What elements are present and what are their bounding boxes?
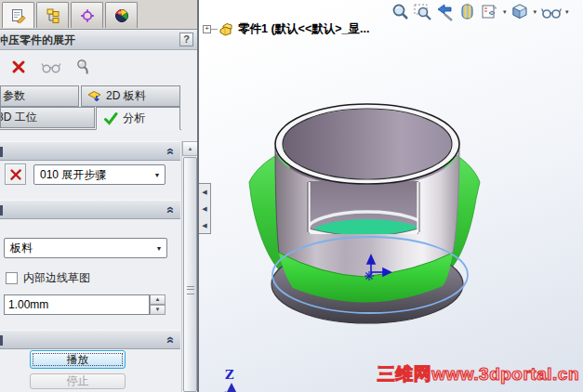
previous-view-icon[interactable]: [435, 2, 455, 22]
dropdown-arrow-icon[interactable]: ▾: [503, 8, 507, 16]
panel-title-bar: 冲压零件的展开 ?: [0, 31, 198, 50]
property-panel: 冲压零件的展开 ? 参数: [0, 0, 198, 392]
play-button[interactable]: 播放: [30, 350, 126, 369]
hide-show-icon[interactable]: [540, 2, 562, 22]
triad-z-axis-icon: [224, 383, 243, 392]
tab-3d-station[interactable]: 3D 工位: [0, 107, 95, 128]
triad-z-label: Z: [225, 368, 234, 382]
tree-connector: [211, 29, 218, 30]
scrollbar-grip: [187, 286, 194, 294]
check-icon: [103, 111, 118, 125]
cancel-icon: [11, 59, 26, 74]
collapse-chevron-icon: «: [165, 206, 178, 214]
delete-step-button[interactable]: [5, 163, 26, 185]
checkbox-label: 内部边线草图: [23, 270, 90, 286]
scrollbar-thumb[interactable]: [183, 157, 197, 392]
tab-2d-sheet[interactable]: 2D 板料: [81, 85, 180, 107]
panel-collapse-flyout[interactable]: ◀ ◀ ◀: [199, 183, 211, 234]
stop-button[interactable]: 停止: [30, 373, 126, 389]
clipped-label-fragment: [0, 335, 3, 346]
collapse-arrow-icon: ◀: [202, 205, 206, 212]
section-view-icon[interactable]: [457, 2, 477, 22]
model-3d[interactable]: [199, 0, 583, 392]
help-button[interactable]: ?: [179, 33, 193, 46]
thickness-spinner: ▲ ▼: [150, 294, 166, 315]
watermark: 三维网www.3dportal.cn: [378, 362, 579, 386]
panel-title: 冲压零件的展开: [0, 33, 75, 48]
collapse-arrow-icon: ◀: [202, 189, 206, 195]
dropdown-arrow-icon[interactable]: ▾: [534, 8, 537, 16]
preview-button[interactable]: [41, 60, 61, 74]
tab-property-manager[interactable]: [2, 2, 34, 28]
clipped-label-fragment: [0, 147, 3, 157]
pin-button[interactable]: [74, 59, 90, 76]
tab-appearance[interactable]: [105, 2, 138, 28]
tab-configurations[interactable]: [71, 2, 103, 28]
appearance-icon: [114, 8, 129, 23]
display-style-icon[interactable]: [510, 2, 530, 22]
property-manager-tabbar: [0, 0, 198, 30]
section-header-sheet[interactable]: «: [0, 200, 180, 219]
spin-up-button[interactable]: ▲: [150, 294, 166, 305]
collapse-chevron-icon: «: [165, 336, 178, 344]
inner-edge-sketch-option: 内部边线草图: [6, 270, 90, 286]
scroll-up-button[interactable]: ▲: [182, 141, 198, 156]
feature-tree-icon: [46, 8, 60, 23]
tab-analysis[interactable]: 分析: [96, 107, 180, 130]
glasses-icon: [41, 60, 61, 74]
feature-tree-item-label: 零件1 (默认<<默认>_显...: [238, 21, 369, 37]
sheet-2d-icon: [86, 89, 102, 103]
panel-scrollbar[interactable]: ▲: [181, 141, 198, 392]
view-orientation-icon[interactable]: [480, 2, 499, 22]
heads-up-toolbar: ▾ ▾ ▾: [391, 2, 570, 22]
graphics-viewport[interactable]: ▾ ▾ ▾ + 零件1 (默认<<默认>_显... Z 三维网w: [199, 0, 583, 392]
inner-edge-sketch-checkbox[interactable]: [6, 272, 18, 284]
collapse-chevron-icon: «: [165, 148, 178, 155]
feature-tree-root[interactable]: + 零件1 (默认<<默认>_显...: [203, 20, 369, 37]
tab-parameters[interactable]: 参数: [0, 85, 79, 107]
dropdown-arrow-icon[interactable]: ▾: [565, 8, 569, 16]
part-icon: [218, 20, 234, 37]
section-header-animation[interactable]: «: [0, 330, 180, 349]
property-manager-icon: [11, 8, 26, 23]
combo-arrow-icon: ▼: [152, 245, 166, 252]
clipped-label-fragment: [0, 205, 3, 216]
collapse-arrow-icon: ◀: [202, 222, 206, 229]
pin-icon: [74, 59, 90, 76]
configurations-icon: [80, 8, 95, 23]
combo-arrow-icon: ▼: [150, 172, 165, 178]
zoom-area-icon[interactable]: [413, 2, 432, 22]
tree-expand-icon[interactable]: +: [203, 25, 211, 33]
step-combo[interactable]: 010 展开步骤 ▼: [33, 164, 166, 185]
delete-step-icon: [8, 167, 23, 182]
spin-down-button[interactable]: ▼: [150, 305, 166, 315]
sheet-combo[interactable]: 板料 ▼: [4, 238, 167, 258]
section-header-step[interactable]: «: [0, 141, 180, 161]
zoom-fit-icon[interactable]: [391, 2, 410, 22]
panel-action-row: [0, 51, 198, 83]
reference-triad: Z: [225, 366, 253, 392]
cancel-button[interactable]: [11, 59, 26, 74]
tab-feature-tree[interactable]: [36, 2, 69, 28]
thickness-input[interactable]: [4, 294, 150, 315]
